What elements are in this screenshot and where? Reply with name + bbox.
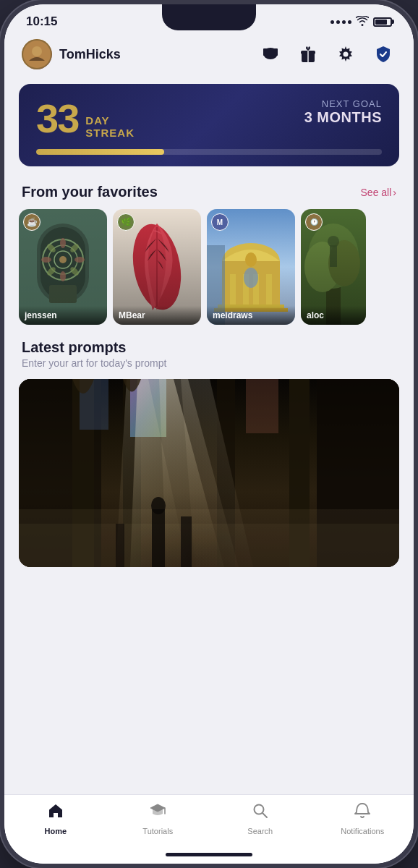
- svg-rect-34: [230, 274, 236, 305]
- search-icon: [252, 802, 269, 824]
- shield-button[interactable]: [370, 41, 396, 67]
- settings-button[interactable]: [333, 41, 359, 67]
- favorites-title: From your favorites: [22, 184, 158, 200]
- status-time: 10:15: [26, 14, 57, 29]
- streak-day-label: DAY: [85, 114, 135, 127]
- notch: [162, 4, 256, 30]
- tab-search-label: Search: [247, 827, 273, 835]
- fav-card-avatar-meidraws: M: [211, 213, 229, 231]
- tab-home-label: Home: [44, 827, 67, 835]
- svg-line-70: [263, 813, 267, 817]
- battery-icon: [373, 17, 392, 27]
- tab-notifications-label: Notifications: [341, 827, 384, 835]
- tab-notifications[interactable]: Notifications: [312, 802, 414, 835]
- svg-point-2: [32, 46, 42, 56]
- tab-tutorials-label: Tutorials: [142, 827, 173, 835]
- tab-bar: Home Tutorials: [4, 794, 414, 850]
- fav-card-label-jenssen: jenssen: [19, 306, 107, 325]
- latest-prompts-subtitle: Enter your art for today's prompt: [22, 357, 396, 369]
- fav-card-meidraws[interactable]: M meidraws: [207, 209, 295, 325]
- svg-rect-64: [19, 524, 399, 567]
- fav-card-aloc[interactable]: 🕐 aloc: [301, 209, 366, 325]
- next-goal-value: 3 MONTHS: [304, 109, 382, 126]
- svg-point-38: [244, 268, 258, 288]
- fav-card-mbear[interactable]: 🌿 MBear: [113, 209, 201, 325]
- latest-prompts-header: Latest prompts Enter your art for today'…: [4, 339, 414, 372]
- tab-home[interactable]: Home: [4, 802, 107, 835]
- home-bar: [166, 853, 252, 856]
- user-info: TomHicks: [22, 39, 121, 69]
- prompt-image[interactable]: [19, 379, 399, 567]
- wifi-icon: [356, 16, 369, 28]
- svg-rect-65: [152, 509, 165, 567]
- svg-rect-67: [181, 516, 192, 567]
- status-icons: [330, 16, 392, 28]
- latest-prompts-section: Latest prompts Enter your art for today'…: [4, 336, 414, 567]
- username: TomHicks: [59, 47, 121, 62]
- tab-search[interactable]: Search: [209, 802, 312, 835]
- streak-progress-fill: [36, 149, 164, 155]
- streak-progress: [36, 149, 382, 155]
- svg-point-8: [344, 52, 349, 57]
- see-all-button[interactable]: See all ›: [361, 187, 396, 198]
- header: TomHicks: [4, 33, 414, 78]
- favorites-row[interactable]: ☕ jenssen: [4, 209, 414, 336]
- gift-button[interactable]: [295, 41, 321, 67]
- tutorials-icon: [149, 802, 166, 824]
- notifications-icon: [354, 802, 371, 824]
- latest-prompts-title: Latest prompts: [22, 339, 396, 356]
- fav-card-label-mbear: MBear: [113, 306, 201, 325]
- streak-banner: 33 DAY STREAK NEXT GOAL 3 MONTHS: [19, 84, 399, 166]
- content-scroll[interactable]: TomHicks: [4, 33, 414, 794]
- phone-shell: 10:15: [0, 0, 418, 868]
- header-icons: [257, 41, 396, 67]
- tab-tutorials[interactable]: Tutorials: [107, 802, 210, 835]
- home-icon: [47, 802, 64, 824]
- svg-point-66: [151, 497, 166, 514]
- svg-point-33: [245, 252, 257, 267]
- fav-card-avatar-mbear: 🌿: [117, 213, 135, 231]
- fav-card-jenssen[interactable]: ☕ jenssen: [19, 209, 107, 325]
- fav-card-label-aloc: aloc: [301, 306, 366, 325]
- fav-card-avatar-jenssen: ☕: [23, 213, 40, 231]
- avatar[interactable]: [22, 39, 52, 69]
- svg-rect-68: [116, 524, 124, 567]
- streak-word-label: STREAK: [85, 127, 135, 139]
- streak-goal: NEXT GOAL 3 MONTHS: [304, 98, 382, 126]
- streak-number: 33: [36, 98, 78, 139]
- svg-rect-37: [266, 274, 272, 305]
- svg-rect-58: [246, 379, 278, 433]
- home-indicator: [4, 850, 414, 864]
- favorites-section-header: From your favorites See all ›: [4, 178, 414, 209]
- message-button[interactable]: [257, 41, 283, 67]
- next-goal-label: NEXT GOAL: [304, 98, 382, 109]
- phone-screen: 10:15: [4, 4, 414, 864]
- fav-card-avatar-aloc: 🕐: [305, 213, 323, 231]
- fav-card-label-meidraws: meidraws: [207, 306, 295, 325]
- signal-icon: [330, 20, 351, 24]
